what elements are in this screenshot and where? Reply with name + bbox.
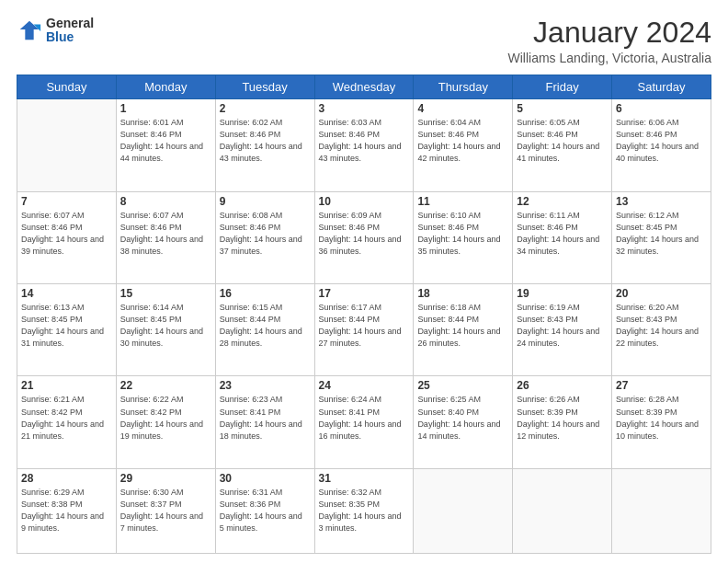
col-tuesday: Tuesday (215, 75, 314, 99)
table-row: 25Sunrise: 6:25 AMSunset: 8:40 PMDayligh… (414, 376, 513, 468)
day-info: Sunrise: 6:05 AMSunset: 8:46 PMDaylight:… (517, 117, 608, 165)
sunset-text: Sunset: 8:45 PM (120, 314, 211, 326)
sunrise-text: Sunrise: 6:01 AM (120, 117, 211, 129)
day-number: 20 (616, 287, 707, 300)
sunset-text: Sunset: 8:46 PM (616, 129, 707, 141)
day-info: Sunrise: 6:04 AMSunset: 8:46 PMDaylight:… (417, 117, 508, 165)
day-info: Sunrise: 6:08 AMSunset: 8:46 PMDaylight:… (220, 210, 311, 258)
sunset-text: Sunset: 8:46 PM (517, 222, 608, 234)
daylight-text-cont: 37 minutes. (220, 246, 311, 258)
sunrise-text: Sunrise: 6:32 AM (319, 487, 410, 499)
logo-text: General Blue (46, 17, 94, 45)
day-info: Sunrise: 6:19 AMSunset: 8:43 PMDaylight:… (517, 302, 608, 350)
subtitle: Williams Landing, Victoria, Australia (507, 51, 711, 65)
sunrise-text: Sunrise: 6:08 AM (220, 210, 311, 222)
table-row: 19Sunrise: 6:19 AMSunset: 8:43 PMDayligh… (513, 284, 612, 376)
daylight-text: Daylight: 14 hours and (417, 141, 508, 153)
daylight-text: Daylight: 14 hours and (220, 419, 311, 431)
day-number: 27 (616, 379, 707, 392)
day-info: Sunrise: 6:06 AMSunset: 8:46 PMDaylight:… (616, 117, 707, 165)
daylight-text-cont: 21 minutes. (21, 431, 112, 442)
day-number: 14 (21, 287, 112, 300)
daylight-text: Daylight: 14 hours and (21, 511, 112, 523)
day-number: 2 (220, 102, 311, 115)
daylight-text-cont: 28 minutes. (220, 338, 311, 350)
table-row: 10Sunrise: 6:09 AMSunset: 8:46 PMDayligh… (314, 191, 414, 283)
header-row: Sunday Monday Tuesday Wednesday Thursday… (17, 75, 711, 99)
table-row: 31Sunrise: 6:32 AMSunset: 8:35 PMDayligh… (314, 468, 414, 553)
day-info: Sunrise: 6:17 AMSunset: 8:44 PMDaylight:… (319, 302, 410, 350)
day-number: 11 (417, 195, 508, 208)
table-row: 4Sunrise: 6:04 AMSunset: 8:46 PMDaylight… (414, 99, 513, 191)
sunrise-text: Sunrise: 6:12 AM (616, 210, 707, 222)
sunrise-text: Sunrise: 6:18 AM (417, 302, 508, 314)
table-row: 13Sunrise: 6:12 AMSunset: 8:45 PMDayligh… (612, 191, 711, 283)
sunset-text: Sunset: 8:40 PM (417, 407, 508, 419)
col-wednesday: Wednesday (314, 75, 414, 99)
table-row: 12Sunrise: 6:11 AMSunset: 8:46 PMDayligh… (513, 191, 612, 283)
sunset-text: Sunset: 8:46 PM (220, 222, 311, 234)
sunrise-text: Sunrise: 6:21 AM (21, 394, 112, 406)
day-number: 17 (319, 287, 410, 300)
col-sunday: Sunday (17, 75, 117, 99)
calendar-table: Sunday Monday Tuesday Wednesday Thursday… (17, 75, 711, 554)
sunrise-text: Sunrise: 6:29 AM (21, 487, 112, 499)
day-number: 7 (21, 195, 112, 208)
sunrise-text: Sunrise: 6:07 AM (120, 210, 211, 222)
sunset-text: Sunset: 8:46 PM (517, 129, 608, 141)
sunrise-text: Sunrise: 6:25 AM (417, 394, 508, 406)
daylight-text-cont: 43 minutes. (319, 153, 410, 165)
day-info: Sunrise: 6:12 AMSunset: 8:45 PMDaylight:… (616, 210, 707, 258)
daylight-text: Daylight: 14 hours and (220, 326, 311, 338)
daylight-text-cont: 3 minutes. (319, 523, 410, 534)
day-number: 13 (616, 195, 707, 208)
daylight-text: Daylight: 14 hours and (517, 141, 608, 153)
day-number: 23 (220, 379, 311, 392)
sunrise-text: Sunrise: 6:19 AM (517, 302, 608, 314)
daylight-text-cont: 5 minutes. (220, 523, 311, 534)
sunset-text: Sunset: 8:46 PM (220, 129, 311, 141)
day-number: 31 (319, 472, 410, 485)
daylight-text: Daylight: 14 hours and (220, 141, 311, 153)
sunrise-text: Sunrise: 6:06 AM (616, 117, 707, 129)
sunrise-text: Sunrise: 6:02 AM (220, 117, 311, 129)
table-row (414, 468, 513, 553)
daylight-text-cont: 9 minutes. (21, 523, 112, 534)
page: General Blue January 2024 Williams Landi… (0, 0, 728, 563)
daylight-text: Daylight: 14 hours and (616, 326, 707, 338)
table-row (612, 468, 711, 553)
day-info: Sunrise: 6:26 AMSunset: 8:39 PMDaylight:… (517, 394, 608, 442)
sunrise-text: Sunrise: 6:13 AM (21, 302, 112, 314)
table-row: 1Sunrise: 6:01 AMSunset: 8:46 PMDaylight… (116, 99, 215, 191)
daylight-text-cont: 18 minutes. (220, 431, 311, 442)
daylight-text-cont: 31 minutes. (21, 338, 112, 350)
daylight-text-cont: 38 minutes. (120, 246, 211, 258)
daylight-text-cont: 19 minutes. (120, 431, 211, 442)
table-row: 22Sunrise: 6:22 AMSunset: 8:42 PMDayligh… (116, 376, 215, 468)
logo-general-text: General (46, 17, 94, 30)
day-info: Sunrise: 6:31 AMSunset: 8:36 PMDaylight:… (220, 487, 311, 534)
daylight-text: Daylight: 14 hours and (417, 419, 508, 431)
day-number: 1 (120, 102, 211, 115)
day-info: Sunrise: 6:13 AMSunset: 8:45 PMDaylight:… (21, 302, 112, 350)
day-number: 26 (517, 379, 608, 392)
logo: General Blue (17, 17, 94, 45)
day-number: 24 (319, 379, 410, 392)
day-number: 9 (220, 195, 311, 208)
daylight-text: Daylight: 14 hours and (517, 326, 608, 338)
daylight-text-cont: 12 minutes. (517, 431, 608, 442)
day-info: Sunrise: 6:28 AMSunset: 8:39 PMDaylight:… (616, 394, 707, 442)
day-info: Sunrise: 6:30 AMSunset: 8:37 PMDaylight:… (120, 487, 211, 534)
day-info: Sunrise: 6:07 AMSunset: 8:46 PMDaylight:… (21, 210, 112, 258)
daylight-text: Daylight: 14 hours and (417, 326, 508, 338)
daylight-text: Daylight: 14 hours and (21, 234, 112, 246)
table-row: 29Sunrise: 6:30 AMSunset: 8:37 PMDayligh… (116, 468, 215, 553)
day-number: 12 (517, 195, 608, 208)
sunset-text: Sunset: 8:46 PM (120, 129, 211, 141)
sunrise-text: Sunrise: 6:10 AM (417, 210, 508, 222)
day-info: Sunrise: 6:15 AMSunset: 8:44 PMDaylight:… (220, 302, 311, 350)
sunset-text: Sunset: 8:37 PM (120, 499, 211, 511)
table-row: 18Sunrise: 6:18 AMSunset: 8:44 PMDayligh… (414, 284, 513, 376)
table-row: 16Sunrise: 6:15 AMSunset: 8:44 PMDayligh… (215, 284, 314, 376)
table-row: 30Sunrise: 6:31 AMSunset: 8:36 PMDayligh… (215, 468, 314, 553)
